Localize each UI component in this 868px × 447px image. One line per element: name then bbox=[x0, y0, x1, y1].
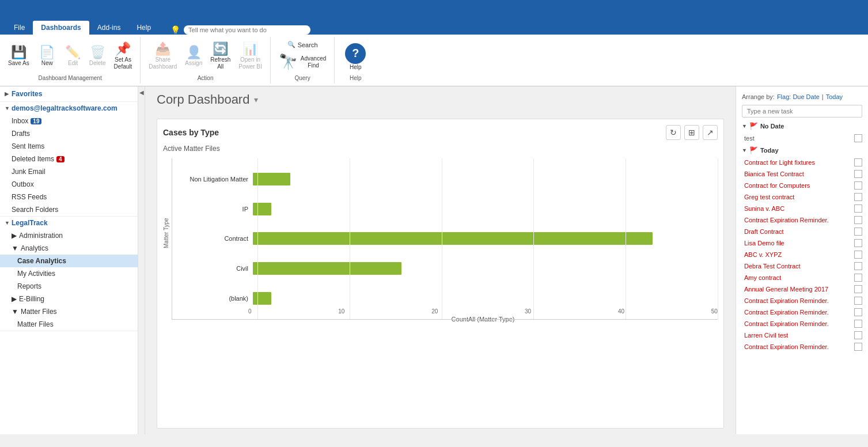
tell-me-input[interactable] bbox=[184, 25, 310, 35]
sidebar-item-matter-files[interactable]: Matter Files bbox=[0, 318, 138, 331]
search-button[interactable]: 🔍 Search bbox=[283, 39, 323, 50]
task-item-5[interactable]: Contract Expiration Reminder. bbox=[736, 214, 868, 226]
today-triangle-icon: ▼ bbox=[742, 147, 747, 153]
task-text-5: Contract Expiration Reminder. bbox=[744, 217, 851, 223]
sidebar-item-search-folders[interactable]: Search Folders bbox=[0, 203, 138, 216]
set-as-default-button[interactable]: 📌 Set AsDefault bbox=[111, 41, 136, 72]
task-checkbox-16[interactable] bbox=[854, 343, 862, 351]
sidebar-item-deleted-items[interactable]: Deleted Items 4 bbox=[0, 153, 138, 165]
delete-button[interactable]: 🗑️ Delete bbox=[86, 44, 109, 69]
tab-help[interactable]: Help bbox=[128, 21, 159, 35]
task-checkbox-12[interactable] bbox=[854, 297, 862, 305]
sidebar-item-junk-email[interactable]: Junk Email bbox=[0, 165, 138, 178]
task-item-8[interactable]: ABC v. XYPZ bbox=[736, 249, 868, 260]
new-icon: 📄 bbox=[39, 46, 55, 59]
flag-due-date-link[interactable]: Flag: Due Date bbox=[777, 93, 820, 100]
task-item-9[interactable]: Debra Test Contract bbox=[736, 260, 868, 272]
search-icon: 🔍 bbox=[287, 41, 295, 48]
bar-track-4 bbox=[253, 292, 718, 305]
task-text-9: Debra Test Contract bbox=[744, 263, 851, 270]
task-checkbox-3[interactable] bbox=[854, 193, 862, 201]
task-item-0[interactable]: Contract for Light fixtures bbox=[736, 157, 868, 168]
task-checkbox-1[interactable] bbox=[854, 170, 862, 178]
task-checkbox-2[interactable] bbox=[854, 181, 862, 190]
dashboard-dropdown-icon[interactable]: ▾ bbox=[254, 95, 258, 104]
sidebar-item-drafts[interactable]: Drafts bbox=[0, 127, 138, 140]
task-item-4[interactable]: Sunina v. ABC bbox=[736, 203, 868, 214]
task-checkbox-13[interactable] bbox=[854, 308, 862, 316]
task-item-12[interactable]: Contract Expiration Reminder. bbox=[736, 295, 868, 306]
chart-expand-btn[interactable]: ↗ bbox=[703, 125, 718, 140]
task-checkbox-6[interactable] bbox=[854, 228, 862, 236]
task-text-7: Lisa Demo file bbox=[744, 240, 851, 247]
help-button[interactable]: ? Help bbox=[339, 41, 372, 72]
sidebar-item-analytics[interactable]: ▼ Analytics bbox=[0, 242, 138, 255]
bar-row-3: Civil bbox=[172, 257, 718, 279]
task-checkbox-0[interactable] bbox=[854, 158, 862, 166]
task-item-15[interactable]: Larren Civil test bbox=[736, 329, 868, 341]
task-item-10[interactable]: Amy contract bbox=[736, 272, 868, 283]
save-icon: 💾 bbox=[11, 46, 26, 59]
sidebar-item-sent-items[interactable]: Sent Items bbox=[0, 140, 138, 153]
deleted-badge: 4 bbox=[56, 156, 65, 162]
new-button[interactable]: 📄 New bbox=[34, 44, 60, 69]
task-item-2[interactable]: Contract for Computers bbox=[736, 180, 868, 191]
advanced-find-button[interactable]: 🔭 AdvancedFind bbox=[275, 52, 329, 71]
task-checkbox-15[interactable] bbox=[854, 331, 862, 339]
task-checkbox-8[interactable] bbox=[854, 251, 862, 259]
task-item-6[interactable]: Draft Contract bbox=[736, 226, 868, 237]
powerbi-icon: 📊 bbox=[242, 43, 258, 55]
task-checkbox-14[interactable] bbox=[854, 320, 862, 328]
task-checkbox-10[interactable] bbox=[854, 274, 862, 282]
no-date-section-header[interactable]: ▼ 🚩 No Date bbox=[736, 120, 868, 132]
task-item-test[interactable]: test bbox=[736, 132, 868, 144]
sidebar-item-my-activities[interactable]: My Activities bbox=[0, 267, 138, 280]
sidebar-item-inbox[interactable]: Inbox 19 bbox=[0, 115, 138, 127]
bar-row-0: Non Litigation Matter bbox=[172, 168, 718, 190]
share-dashboard-button[interactable]: 📤 ShareDashboard bbox=[145, 41, 180, 72]
task-checkbox-5[interactable] bbox=[854, 216, 862, 224]
today-link[interactable]: Today bbox=[826, 93, 843, 100]
task-item-1[interactable]: Bianica Test Contract bbox=[736, 168, 868, 180]
action-group-label: Action bbox=[198, 74, 214, 81]
assign-button[interactable]: 👤 Assign bbox=[181, 44, 206, 69]
sidebar-item-matter-files-group[interactable]: ▼ Matter Files bbox=[0, 305, 138, 318]
sidebar-account-header[interactable]: ▼ demos@legaltracksoftware.com bbox=[0, 102, 138, 115]
sidebar-item-case-analytics[interactable]: Case Analytics bbox=[0, 255, 138, 267]
task-item-13[interactable]: Contract Expiration Reminder. bbox=[736, 306, 868, 318]
sidebar-collapse-panel[interactable]: ◀ bbox=[138, 86, 145, 434]
sidebar-item-reports[interactable]: Reports bbox=[0, 280, 138, 293]
task-checkbox-11[interactable] bbox=[854, 285, 862, 293]
sidebar-item-ebilling[interactable]: ▶ E-Billing bbox=[0, 293, 138, 305]
task-checkbox-9[interactable] bbox=[854, 262, 862, 270]
task-text-13: Contract Expiration Reminder. bbox=[744, 309, 851, 316]
tab-file[interactable]: File bbox=[6, 21, 33, 35]
bar-label-4: (blank) bbox=[172, 295, 253, 302]
refresh-all-button[interactable]: 🔄 RefreshAll bbox=[207, 41, 234, 72]
sidebar-item-administration[interactable]: ▶ Administration bbox=[0, 229, 138, 242]
sidebar-legaltrack-header[interactable]: ▼ LegalTrack bbox=[0, 217, 138, 229]
task-item-7[interactable]: Lisa Demo file bbox=[736, 237, 868, 249]
share-icon: 📤 bbox=[155, 43, 170, 55]
tab-addins[interactable]: Add-ins bbox=[89, 21, 129, 35]
today-section-header[interactable]: ▼ 🚩 Today bbox=[736, 144, 868, 157]
chart-refresh-btn[interactable]: ↻ bbox=[666, 125, 681, 140]
save-as-button[interactable]: 💾 Save As bbox=[5, 44, 33, 69]
task-item-16[interactable]: Contract Expiration Reminder. bbox=[736, 341, 868, 353]
edit-icon: ✏️ bbox=[65, 46, 81, 59]
task-checkbox-test[interactable] bbox=[854, 134, 862, 142]
sidebar-header-favorites[interactable]: ▶ Favorites bbox=[0, 86, 138, 101]
task-checkbox-4[interactable] bbox=[854, 204, 862, 213]
sidebar-item-rss-feeds[interactable]: RSS Feeds bbox=[0, 191, 138, 203]
task-checkbox-7[interactable] bbox=[854, 239, 862, 247]
tab-dashboards[interactable]: Dashboards bbox=[33, 21, 89, 35]
edit-button[interactable]: ✏️ Edit bbox=[62, 44, 85, 69]
ribbon-group-dashboard-management: 💾 Save As 📄 New ✏️ Edit 🗑️ Delete 📌 Set … bbox=[0, 37, 141, 84]
sidebar-item-outbox[interactable]: Outbox bbox=[0, 178, 138, 191]
task-item-11[interactable]: Annual General Meeting 2017 bbox=[736, 283, 868, 295]
task-item-14[interactable]: Contract Expiration Reminder. bbox=[736, 318, 868, 329]
chart-table-btn[interactable]: ⊞ bbox=[684, 125, 699, 140]
task-item-3[interactable]: Greg test contract bbox=[736, 191, 868, 203]
new-task-input[interactable] bbox=[742, 105, 862, 118]
open-in-powerbi-button[interactable]: 📊 Open inPower BI bbox=[235, 41, 266, 72]
